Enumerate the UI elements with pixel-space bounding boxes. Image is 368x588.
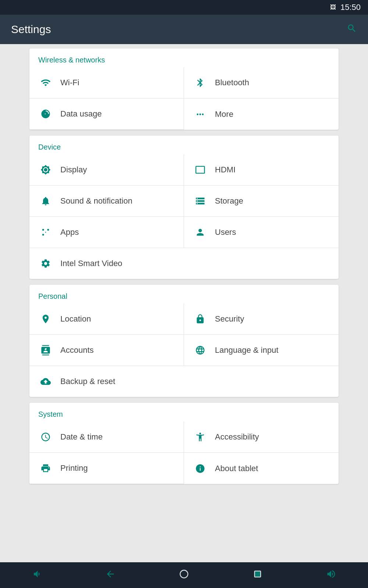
volume-up-icon[interactable]	[326, 569, 336, 582]
accessibility-label: Accessibility	[215, 432, 259, 442]
status-time: 15:50	[340, 3, 361, 12]
backup-label: Backup & reset	[60, 377, 115, 386]
section-header-wireless: Wireless & networks	[29, 49, 339, 67]
datetime-label: Date & time	[60, 432, 103, 442]
settings-item-wifi[interactable]: Wi-Fi	[29, 67, 184, 98]
back-icon[interactable]	[105, 569, 116, 582]
location-label: Location	[60, 314, 91, 324]
bluetooth-label: Bluetooth	[215, 78, 249, 87]
settings-item-printing[interactable]: Printing	[29, 453, 184, 484]
page-title: Settings	[11, 23, 51, 36]
apps-label: Apps	[60, 227, 79, 237]
printing-icon	[38, 461, 53, 476]
settings-item-backup[interactable]: Backup & reset	[29, 366, 339, 397]
accounts-icon	[38, 343, 53, 358]
section-header-device: Device	[29, 136, 339, 154]
settings-item-about[interactable]: About tablet	[184, 453, 339, 484]
section-header-system: System	[29, 403, 339, 422]
nav-bar	[0, 562, 368, 588]
settings-item-display[interactable]: Display	[29, 154, 184, 186]
wifi-icon	[38, 75, 53, 90]
section-header-personal: Personal	[29, 285, 339, 304]
section-personal: Personal Location Security Accounts	[29, 285, 339, 397]
language-icon	[193, 343, 208, 358]
apps-icon	[38, 225, 53, 240]
device-grid: Display HDMI Sound & notification Storag…	[29, 154, 339, 279]
about-label: About tablet	[215, 464, 258, 473]
security-icon	[193, 312, 208, 326]
data-usage-icon	[38, 107, 53, 121]
more-label: More	[215, 110, 233, 119]
hdmi-label: HDMI	[215, 165, 236, 175]
settings-item-sound[interactable]: Sound & notification	[29, 186, 184, 217]
backup-icon	[38, 374, 53, 389]
accounts-label: Accounts	[60, 345, 94, 355]
screenshot-icon: 🖼	[330, 4, 336, 11]
svg-rect-1	[255, 571, 261, 577]
personal-grid: Location Security Accounts Language & in…	[29, 304, 339, 397]
settings-item-accounts[interactable]: Accounts	[29, 335, 184, 366]
info-icon	[193, 461, 208, 476]
settings-item-security[interactable]: Security	[184, 304, 339, 335]
data-usage-label: Data usage	[60, 109, 102, 119]
display-icon	[38, 162, 53, 177]
svg-point-0	[180, 570, 188, 578]
sound-label: Sound & notification	[60, 196, 132, 206]
settings-item-intel-smart-video[interactable]: Intel Smart Video	[29, 248, 339, 279]
settings-item-apps[interactable]: Apps	[29, 217, 184, 248]
home-icon[interactable]	[179, 569, 189, 582]
settings-item-location[interactable]: Location	[29, 304, 184, 335]
storage-label: Storage	[215, 196, 243, 206]
sound-icon	[38, 194, 53, 208]
display-label: Display	[60, 165, 87, 175]
printing-label: Printing	[60, 463, 88, 473]
settings-item-storage[interactable]: Storage	[184, 186, 339, 217]
settings-item-data-usage[interactable]: Data usage	[29, 98, 184, 130]
gear-icon	[38, 256, 53, 271]
search-icon[interactable]	[347, 23, 357, 36]
security-label: Security	[215, 314, 244, 324]
section-system: System Date & time Accessibility Printin…	[29, 403, 339, 484]
recents-icon[interactable]	[252, 569, 263, 582]
settings-item-users[interactable]: Users	[184, 217, 339, 248]
location-icon	[38, 312, 53, 326]
users-icon	[193, 225, 208, 240]
hdmi-icon	[193, 162, 208, 177]
wireless-grid: Wi-Fi Bluetooth Data usage More	[29, 67, 339, 130]
system-grid: Date & time Accessibility Printing About…	[29, 422, 339, 484]
volume-down-icon[interactable]	[32, 569, 42, 582]
clock-icon	[38, 430, 53, 444]
settings-item-accessibility[interactable]: Accessibility	[184, 422, 339, 453]
settings-item-bluetooth[interactable]: Bluetooth	[184, 67, 339, 98]
status-bar: 🖼 15:50	[0, 0, 368, 15]
storage-icon	[193, 194, 208, 208]
users-label: Users	[215, 227, 236, 237]
settings-item-more[interactable]: More	[184, 98, 339, 130]
intel-smart-video-label: Intel Smart Video	[60, 259, 122, 268]
accessibility-icon	[193, 430, 208, 444]
settings-item-datetime[interactable]: Date & time	[29, 422, 184, 453]
more-icon	[193, 107, 208, 122]
settings-item-hdmi[interactable]: HDMI	[184, 154, 339, 186]
bluetooth-icon	[193, 75, 208, 90]
section-device: Device Display HDMI Sound & notification	[29, 136, 339, 279]
section-wireless: Wireless & networks Wi-Fi Bluetooth Data…	[29, 49, 339, 130]
app-bar: Settings	[0, 15, 368, 44]
language-label: Language & input	[215, 345, 279, 355]
wifi-label: Wi-Fi	[60, 78, 79, 87]
settings-content: Wireless & networks Wi-Fi Bluetooth Data…	[0, 44, 368, 562]
settings-item-language[interactable]: Language & input	[184, 335, 339, 366]
